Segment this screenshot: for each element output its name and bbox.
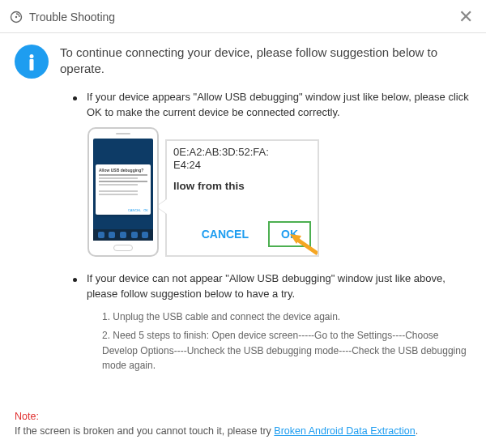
ok-button[interactable]: OK	[268, 221, 311, 247]
note-body-prefix: If the screen is broken and you cannot t…	[15, 425, 274, 437]
bullet-item: If your device can not appear "Allow USB…	[73, 271, 471, 302]
cancel-button[interactable]: CANCEL	[190, 223, 260, 245]
heading-text: To continue connecting your device, plea…	[60, 45, 471, 78]
bullet-list: If your device appears "Allow USB debugg…	[73, 90, 471, 121]
phone-popup-title: Allow USB debugging?	[99, 168, 147, 173]
info-icon	[15, 45, 49, 79]
bullet-dot-icon	[73, 96, 77, 100]
note-block: Note: If the screen is broken and you ca…	[15, 410, 471, 438]
close-icon[interactable]: ✕	[458, 8, 473, 26]
bullet-list-2: If your device can not appear "Allow USB…	[73, 271, 471, 302]
titlebar: Trouble Shooting ✕	[0, 0, 486, 33]
mac-line-2: E4:24	[167, 159, 318, 172]
svg-point-1	[15, 16, 17, 18]
note-title: Note:	[15, 411, 39, 422]
title-left: Trouble Shooting	[10, 11, 115, 23]
note-body-suffix: .	[416, 425, 418, 437]
bullet-dot-icon	[73, 278, 77, 282]
steps-list: 1. Unplug the USB cable and connect the …	[102, 309, 471, 373]
app-icon	[10, 11, 23, 23]
bullet-item: If your device appears "Allow USB debugg…	[73, 90, 471, 121]
bullet-1-text: If your device appears "Allow USB debugg…	[87, 90, 471, 121]
phone-mockup: Allow USB debugging? CANCELOK	[87, 127, 159, 257]
zoom-question: llow from this	[167, 172, 318, 192]
phone-popup: Allow USB debugging? CANCELOK	[96, 164, 151, 215]
heading-row: To continue connecting your device, plea…	[15, 45, 471, 79]
window-title: Trouble Shooting	[29, 11, 115, 23]
step-1: 1. Unplug the USB cable and connect the …	[102, 309, 471, 325]
broken-android-link[interactable]: Broken Android Data Extraction	[274, 425, 415, 437]
mac-line-1: 0E:A2:AB:3D:52:FA:	[167, 141, 318, 159]
step-2: 2. Need 5 steps to finish: Open device s…	[102, 328, 471, 373]
bullet-2-text: If your device can not appear "Allow USB…	[87, 271, 471, 302]
illustration: Allow USB debugging? CANCELOK 0E:A2:AB:3…	[87, 127, 471, 257]
content-area: To continue connecting your device, plea…	[0, 33, 486, 373]
zoom-panel: 0E:A2:AB:3D:52:FA: E4:24 llow from this …	[165, 139, 319, 257]
